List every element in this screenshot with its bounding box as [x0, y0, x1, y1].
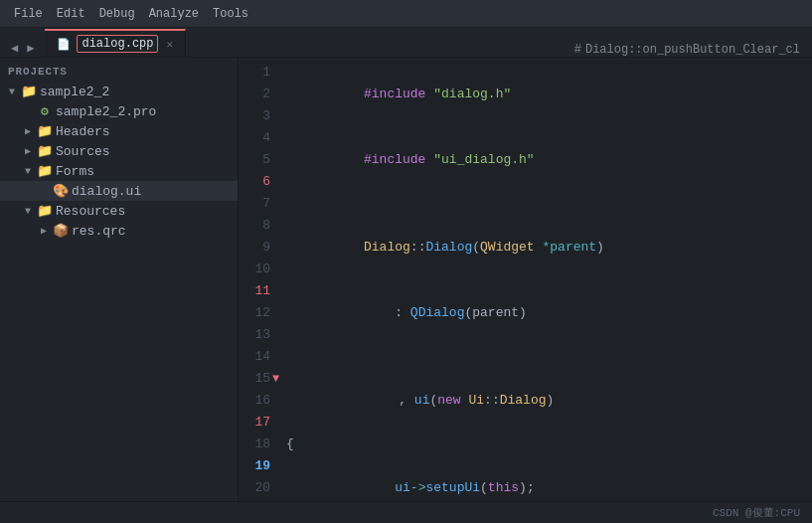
pro-file-icon: ⚙ — [36, 103, 54, 119]
forms-folder-icon: 📁 — [36, 163, 54, 179]
code-line-2: #include "ui_dialog.h" — [286, 127, 796, 193]
tree-item-sources[interactable]: ▶ 📁 Sources — [0, 141, 238, 161]
menu-file[interactable]: File — [8, 5, 49, 23]
tree-label-headers: Headers — [56, 124, 110, 139]
tree-arrow-sources: ▶ — [20, 145, 36, 157]
menu-debug[interactable]: Debug — [93, 5, 141, 23]
code-editor[interactable]: 1 2 3 4 5 6 7 8 9 10 11 12 13 14 15 16 1… — [239, 58, 812, 501]
breadcrumb: # Dialog::on_pushButton_Clear_cl — [563, 43, 812, 57]
code-line-8: ui->setupUi(this); — [286, 455, 796, 501]
tree-item-dialog-ui[interactable]: 🎨 dialog.ui — [0, 181, 238, 201]
nav-back[interactable]: ◀ — [8, 40, 21, 57]
code-line-5: : QDialog(parent) — [286, 280, 796, 346]
tree-label: sample2_2 — [40, 85, 109, 99]
tab-close-btn[interactable]: ✕ — [166, 38, 173, 51]
tree-label-pro: sample2_2.pro — [56, 104, 156, 119]
tree-item-pro[interactable]: ⚙ sample2_2.pro — [0, 101, 238, 121]
tab-label: dialog.cpp — [77, 35, 158, 53]
sidebar-header: Projects — [0, 62, 238, 82]
menu-analyze[interactable]: Analyze — [143, 5, 205, 23]
code-lines: #include "dialog.h" #include "ui_dialog.… — [278, 62, 812, 497]
tree-arrow-resources: ▼ — [20, 206, 36, 217]
code-line-7: { — [286, 434, 796, 455]
toolbar: File Edit Debug Analyze Tools — [0, 0, 812, 28]
resources-folder-icon: 📁 — [36, 203, 54, 219]
tree-arrow-forms: ▼ — [20, 166, 36, 177]
code-line-3 — [286, 193, 796, 215]
sidebar: Projects ▼ 📁 sample2_2 ⚙ sample2_2.pro ▶… — [0, 58, 239, 501]
sources-folder-icon: 📁 — [36, 143, 54, 159]
tree-item-sample2-2[interactable]: ▼ 📁 sample2_2 — [0, 82, 238, 101]
line-numbers: 1 2 3 4 5 6 7 8 9 10 11 12 13 14 15 16 1… — [239, 62, 278, 497]
tab-nav-buttons: ◀ ▶ — [0, 40, 45, 57]
qrc-file-icon: 📦 — [52, 223, 70, 239]
code-line-6: ▼ , ui(new Ui::Dialog) — [286, 346, 796, 434]
code-line-4: Dialog::Dialog(QWidget *parent) — [286, 215, 796, 280]
tree-label-sources: Sources — [56, 144, 110, 159]
status-bar: CSDN @俊董:CPU — [0, 501, 812, 523]
code-area[interactable]: 1 2 3 4 5 6 7 8 9 10 11 12 13 14 15 16 1… — [239, 58, 812, 501]
tree-item-resources[interactable]: ▼ 📁 Resources — [0, 201, 238, 221]
tree-arrow-res-qrc: ▶ — [36, 225, 52, 237]
tab-dialog-cpp[interactable]: 📄 dialog.cpp ✕ — [45, 29, 186, 57]
headers-folder-icon: 📁 — [36, 123, 54, 139]
ui-file-icon: 🎨 — [52, 183, 70, 199]
folder-icon: 📁 — [20, 84, 38, 99]
tree-label-res-qrc: res.qrc — [72, 224, 126, 239]
tree-item-headers[interactable]: ▶ 📁 Headers — [0, 121, 238, 141]
tab-bar: ◀ ▶ 📄 dialog.cpp ✕ # Dialog::on_pushButt… — [0, 28, 812, 58]
nav-forward[interactable]: ▶ — [24, 40, 37, 57]
tab-file-icon: 📄 — [57, 38, 71, 51]
toolbar-menu: File Edit Debug Analyze Tools — [8, 5, 254, 23]
tree-label-forms: Forms — [56, 164, 94, 179]
tree-arrow-headers: ▶ — [20, 125, 36, 137]
status-text: CSDN @俊董:CPU — [713, 505, 800, 520]
code-line-1: #include "dialog.h" — [286, 62, 796, 127]
tree-label-dialog-ui: dialog.ui — [72, 184, 141, 199]
menu-tools[interactable]: Tools — [207, 5, 254, 23]
tree-arrow-sample2-2: ▼ — [4, 87, 20, 97]
tree-item-forms[interactable]: ▼ 📁 Forms — [0, 161, 238, 181]
tree-item-res-qrc[interactable]: ▶ 📦 res.qrc — [0, 221, 238, 241]
breadcrumb-separator: # — [574, 43, 581, 57]
main-content: Projects ▼ 📁 sample2_2 ⚙ sample2_2.pro ▶… — [0, 58, 812, 501]
breadcrumb-item: Dialog::on_pushButton_Clear_cl — [585, 43, 800, 57]
tree-label-resources: Resources — [56, 204, 125, 219]
menu-edit[interactable]: Edit — [51, 5, 91, 23]
